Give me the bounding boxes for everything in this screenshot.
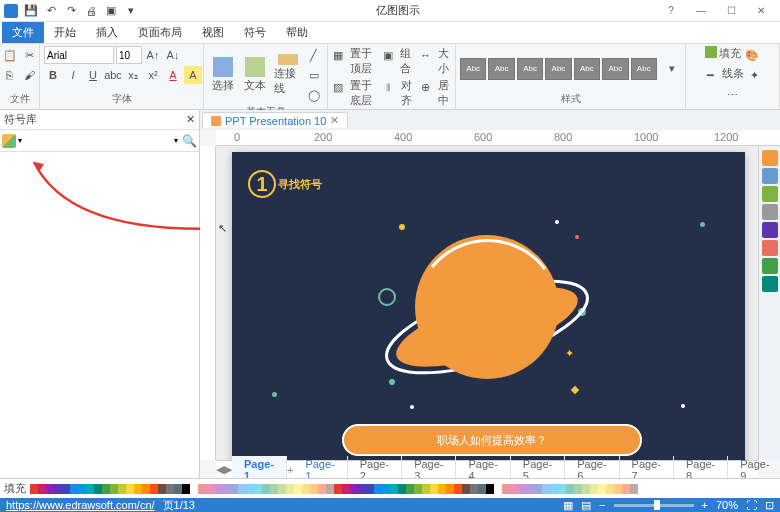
color-swatch[interactable] xyxy=(438,484,446,494)
print-icon[interactable]: 🖨 xyxy=(82,2,100,20)
font-size-select[interactable] xyxy=(116,46,142,64)
color-swatch[interactable] xyxy=(270,484,278,494)
tab-page-layout[interactable]: 页面布局 xyxy=(128,22,192,43)
shape-style-1[interactable]: Abc xyxy=(460,58,486,80)
tab-help[interactable]: 帮助 xyxy=(276,22,318,43)
color-swatch[interactable] xyxy=(286,484,294,494)
color-swatch[interactable] xyxy=(550,484,558,494)
color-swatch[interactable] xyxy=(150,484,158,494)
view-mode-1-icon[interactable]: ▦ xyxy=(563,499,573,512)
decrease-font-icon[interactable]: A↓ xyxy=(164,46,182,64)
color-swatch[interactable] xyxy=(462,484,470,494)
rt-layer-icon[interactable] xyxy=(762,204,778,220)
shape-style-6[interactable]: Abc xyxy=(602,58,628,80)
bring-front-icon[interactable]: ▦ xyxy=(332,46,344,64)
line-tool-icon[interactable]: ╱ xyxy=(305,46,323,64)
color-swatch[interactable] xyxy=(574,484,582,494)
subscript-icon[interactable]: x₂ xyxy=(124,66,142,84)
color-swatch[interactable] xyxy=(422,484,430,494)
italic-icon[interactable]: I xyxy=(64,66,82,84)
shape-category-icon[interactable] xyxy=(2,134,16,148)
color-swatch[interactable] xyxy=(78,484,86,494)
format-painter-icon[interactable]: 🖌 xyxy=(21,66,39,84)
tab-home[interactable]: 开始 xyxy=(44,22,86,43)
cut-icon[interactable]: ✂ xyxy=(21,46,39,64)
fill-icon[interactable] xyxy=(705,46,717,58)
color-swatch[interactable] xyxy=(470,484,478,494)
color-swatch[interactable] xyxy=(542,484,550,494)
bold-icon[interactable]: B xyxy=(44,66,62,84)
color-swatch[interactable] xyxy=(478,484,486,494)
fullscreen-icon[interactable]: ⛶ xyxy=(746,499,757,511)
color-swatch[interactable] xyxy=(254,484,262,494)
color-swatch[interactable] xyxy=(46,484,54,494)
center-icon[interactable]: ⊕ xyxy=(420,78,432,96)
color-swatch[interactable] xyxy=(502,484,510,494)
qat-dropdown-icon[interactable]: ▾ xyxy=(122,2,140,20)
color-swatch[interactable] xyxy=(454,484,462,494)
color-swatch[interactable] xyxy=(206,484,214,494)
connector-tool[interactable]: 连接线 xyxy=(273,53,303,97)
color-swatch[interactable] xyxy=(174,484,182,494)
color-swatch[interactable] xyxy=(54,484,62,494)
color-swatch[interactable] xyxy=(358,484,366,494)
undo-icon[interactable]: ↶ xyxy=(42,2,60,20)
color-swatch[interactable] xyxy=(622,484,630,494)
color-swatch[interactable] xyxy=(318,484,326,494)
page-next-icon[interactable]: ▶ xyxy=(224,463,232,476)
color-swatch[interactable] xyxy=(166,484,174,494)
color-swatch[interactable] xyxy=(102,484,110,494)
color-swatch[interactable] xyxy=(558,484,566,494)
zoom-in-icon[interactable]: + xyxy=(702,499,708,511)
color-swatch[interactable] xyxy=(246,484,254,494)
color-swatch[interactable] xyxy=(142,484,150,494)
color-swatch[interactable] xyxy=(630,484,638,494)
search-dropdown-icon[interactable]: ▾ xyxy=(174,136,178,145)
color-swatch[interactable] xyxy=(238,484,246,494)
close-icon[interactable]: ✕ xyxy=(746,1,776,21)
zoom-slider[interactable] xyxy=(614,504,694,507)
color-swatch[interactable] xyxy=(446,484,454,494)
color-swatch[interactable] xyxy=(118,484,126,494)
color-swatch[interactable] xyxy=(134,484,142,494)
search-icon[interactable]: 🔍 xyxy=(182,134,197,148)
rt-shape-icon[interactable] xyxy=(762,186,778,202)
color-swatch[interactable] xyxy=(350,484,358,494)
view-mode-2-icon[interactable]: ▤ xyxy=(581,499,591,512)
size-icon[interactable]: ↔ xyxy=(419,46,432,64)
shape-style-2[interactable]: Abc xyxy=(488,58,514,80)
color-swatch[interactable] xyxy=(62,484,70,494)
color-swatch[interactable] xyxy=(614,484,622,494)
color-swatch[interactable] xyxy=(222,484,230,494)
select-tool[interactable]: 选择 xyxy=(208,53,238,97)
minimize-icon[interactable]: — xyxy=(686,1,716,21)
strikethrough-icon[interactable]: abc xyxy=(104,66,122,84)
color-swatch[interactable] xyxy=(526,484,534,494)
line-style-icon[interactable]: ━ xyxy=(702,66,720,84)
color-swatch[interactable] xyxy=(510,484,518,494)
font-color-icon[interactable]: A xyxy=(164,66,182,84)
shape-style-5[interactable]: Abc xyxy=(574,58,600,80)
copy-icon[interactable]: ⎘ xyxy=(1,66,19,84)
theme-icon[interactable]: 🎨 xyxy=(743,46,761,64)
rt-data-icon[interactable] xyxy=(762,222,778,238)
color-swatch[interactable] xyxy=(598,484,606,494)
color-swatch[interactable] xyxy=(390,484,398,494)
tab-view[interactable]: 视图 xyxy=(192,22,234,43)
increase-font-icon[interactable]: A↑ xyxy=(144,46,162,64)
color-swatch[interactable] xyxy=(366,484,374,494)
color-swatch[interactable] xyxy=(38,484,46,494)
color-swatch[interactable] xyxy=(374,484,382,494)
send-back-icon[interactable]: ▨ xyxy=(332,78,344,96)
highlight-icon[interactable]: A xyxy=(184,66,202,84)
category-dropdown-icon[interactable]: ▾ xyxy=(18,136,22,145)
rt-comment-icon[interactable] xyxy=(762,258,778,274)
shape-style-3[interactable]: Abc xyxy=(517,58,543,80)
color-swatch[interactable] xyxy=(230,484,238,494)
color-swatch[interactable] xyxy=(582,484,590,494)
color-swatch[interactable] xyxy=(262,484,270,494)
color-swatch[interactable] xyxy=(126,484,134,494)
slide[interactable]: 1 寻找符号 ✦ 职场人如何提高效率？ xyxy=(232,152,745,460)
color-swatch[interactable] xyxy=(110,484,118,494)
color-swatch[interactable] xyxy=(70,484,78,494)
